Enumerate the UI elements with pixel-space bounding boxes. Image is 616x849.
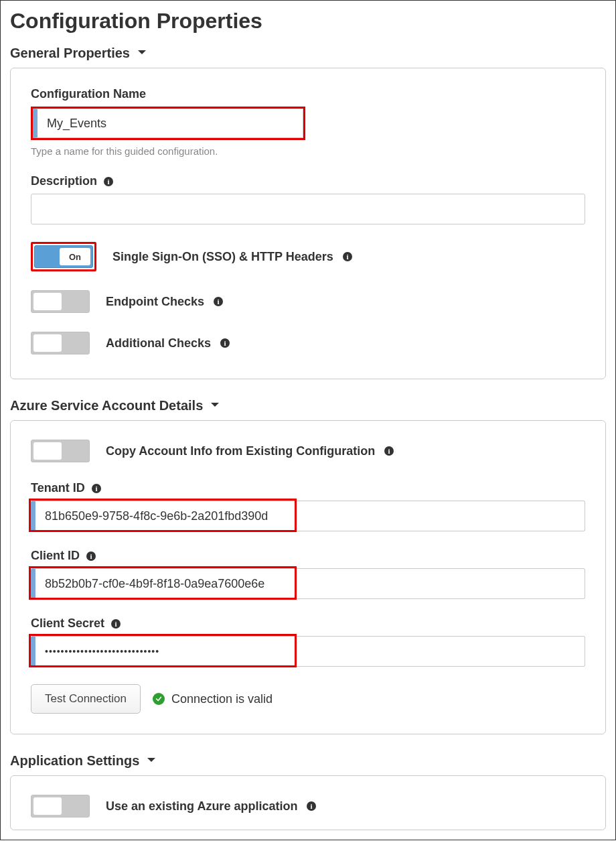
- client-secret-field: Client Secret i: [31, 616, 585, 667]
- config-name-label: Configuration Name: [31, 87, 585, 101]
- appsettings-panel: Use an existing Azure application i: [10, 775, 606, 830]
- svg-text:i: i: [311, 802, 313, 810]
- svg-text:i: i: [115, 620, 117, 628]
- endpoint-toggle-row: Endpoint Checks i: [31, 290, 585, 313]
- info-icon[interactable]: i: [383, 445, 395, 457]
- tenant-id-field: Tenant ID i: [31, 481, 585, 531]
- svg-text:i: i: [217, 298, 219, 306]
- additional-toggle-row: Additional Checks i: [31, 332, 585, 354]
- check-circle-icon: [153, 693, 165, 705]
- sso-toggle-thumb: On: [60, 248, 90, 265]
- endpoint-toggle[interactable]: [31, 290, 90, 313]
- page-title: Configuration Properties: [10, 9, 606, 34]
- svg-text:i: i: [346, 253, 348, 261]
- tenant-id-input[interactable]: [31, 501, 585, 531]
- sso-toggle-highlight: On: [31, 242, 96, 271]
- copy-toggle-thumb: [33, 442, 62, 460]
- use-existing-toggle-row: Use an existing Azure application i: [31, 795, 585, 818]
- section-header-general[interactable]: General Properties: [10, 46, 606, 61]
- copy-toggle[interactable]: [31, 440, 90, 462]
- use-existing-toggle-label: Use an existing Azure application: [106, 799, 297, 813]
- copy-toggle-label-row: Copy Account Info from Existing Configur…: [106, 444, 395, 458]
- client-id-label-row: Client ID i: [31, 549, 585, 563]
- info-icon[interactable]: i: [85, 550, 97, 562]
- additional-toggle-thumb: [33, 334, 62, 352]
- info-icon[interactable]: i: [110, 618, 122, 630]
- general-panel: Configuration Name Type a name for this …: [10, 68, 606, 379]
- chevron-down-icon: [137, 46, 147, 61]
- chevron-down-icon: [210, 398, 220, 413]
- description-label: Description: [31, 174, 97, 188]
- endpoint-toggle-label-row: Endpoint Checks i: [106, 295, 224, 309]
- copy-toggle-row: Copy Account Info from Existing Configur…: [31, 440, 585, 462]
- additional-toggle[interactable]: [31, 332, 90, 354]
- tenant-id-label-row: Tenant ID i: [31, 481, 585, 495]
- client-secret-input[interactable]: [31, 636, 585, 667]
- endpoint-toggle-label: Endpoint Checks: [106, 295, 204, 309]
- description-input[interactable]: [31, 194, 585, 224]
- description-field: Description i: [31, 174, 585, 224]
- connection-status: Connection is valid: [153, 692, 273, 706]
- additional-toggle-label-row: Additional Checks i: [106, 336, 231, 350]
- info-icon[interactable]: i: [90, 482, 102, 495]
- use-existing-toggle-thumb: [33, 797, 62, 815]
- svg-text:i: i: [388, 447, 390, 455]
- info-icon[interactable]: i: [212, 296, 224, 308]
- connection-status-text: Connection is valid: [171, 692, 273, 706]
- tenant-id-label: Tenant ID: [31, 481, 85, 495]
- chevron-down-icon: [146, 753, 157, 769]
- client-secret-label: Client Secret: [31, 616, 104, 631]
- section-header-azure[interactable]: Azure Service Account Details: [10, 398, 606, 413]
- test-connection-row: Test Connection Connection is valid: [31, 684, 585, 714]
- additional-toggle-label: Additional Checks: [106, 336, 211, 350]
- svg-text:i: i: [108, 178, 110, 186]
- sso-toggle[interactable]: On: [34, 245, 93, 268]
- endpoint-toggle-thumb: [33, 293, 62, 310]
- client-secret-label-row: Client Secret i: [31, 616, 585, 631]
- config-name-helper: Type a name for this guided configuratio…: [31, 145, 585, 157]
- sso-toggle-label: Single Sign-On (SSO) & HTTP Headers: [112, 250, 333, 264]
- client-id-label: Client ID: [31, 549, 80, 563]
- info-icon[interactable]: i: [305, 800, 317, 812]
- info-icon[interactable]: i: [341, 251, 354, 263]
- info-icon[interactable]: i: [219, 337, 231, 349]
- sso-toggle-label-row: Single Sign-On (SSO) & HTTP Headers i: [112, 250, 354, 264]
- copy-toggle-label: Copy Account Info from Existing Configur…: [106, 444, 375, 458]
- client-id-input[interactable]: [31, 568, 585, 599]
- sso-toggle-row: On Single Sign-On (SSO) & HTTP Headers i: [31, 242, 585, 271]
- use-existing-toggle-label-row: Use an existing Azure application i: [106, 799, 317, 813]
- section-header-appsettings[interactable]: Application Settings: [10, 753, 606, 769]
- config-name-highlight: [31, 107, 305, 140]
- description-label-row: Description i: [31, 174, 585, 188]
- azure-panel: Copy Account Info from Existing Configur…: [10, 420, 606, 734]
- svg-text:i: i: [95, 484, 97, 493]
- svg-text:i: i: [224, 339, 226, 347]
- use-existing-toggle[interactable]: [31, 795, 90, 818]
- info-icon[interactable]: i: [102, 176, 114, 188]
- config-name-input[interactable]: [33, 109, 303, 138]
- client-id-field: Client ID i: [31, 549, 585, 599]
- section-header-label: General Properties: [10, 46, 130, 61]
- config-name-field: Configuration Name Type a name for this …: [31, 87, 585, 157]
- section-header-label: Azure Service Account Details: [10, 398, 203, 413]
- test-connection-button[interactable]: Test Connection: [31, 684, 141, 714]
- svg-text:i: i: [90, 552, 92, 560]
- section-header-label: Application Settings: [10, 753, 139, 769]
